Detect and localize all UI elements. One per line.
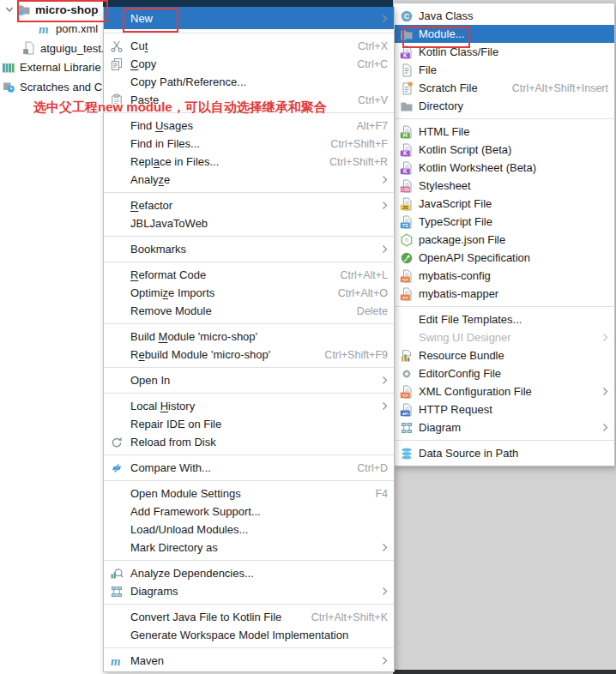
- menu-item-label: Find in Files...: [130, 137, 200, 150]
- tree-item-external-librarie[interactable]: External Librarie: [0, 58, 104, 78]
- icon-slot-empty: [110, 505, 124, 519]
- icon-slot-empty: [110, 541, 124, 555]
- menu-item-http-request[interactable]: APIHTTP Request: [394, 400, 614, 418]
- menu-item-resource-bundle[interactable]: Resource Bundle: [394, 346, 614, 364]
- menu-item-mybatis-mapper[interactable]: <>mybatis-mapper: [394, 285, 614, 303]
- icon-slot-empty: [400, 331, 414, 345]
- menu-item-analyze-dependencies[interactable]: Analyze Dependencies...: [104, 564, 394, 582]
- menu-item-editorconfig-file[interactable]: EditorConfig File: [394, 364, 614, 382]
- menu-item-optimize-imports[interactable]: Optimize ImportsCtrl+Alt+O: [104, 284, 394, 302]
- tree-item-atguigu-test-i[interactable]: atguigu_test.i: [0, 39, 104, 58]
- tree-item-micro-shop[interactable]: micro-shop: [0, 0, 104, 20]
- menu-item-label: mybatis-mapper: [419, 287, 498, 300]
- menu-item-copy[interactable]: CopyCtrl+C: [104, 55, 394, 73]
- menu-item-reload-from-disk[interactable]: Reload from Disk: [104, 433, 394, 451]
- menu-item-mark-directory-as[interactable]: Mark Directory as: [104, 539, 394, 557]
- icon-slot-empty: [110, 523, 124, 537]
- menu-item-load-unload-modules[interactable]: Load/Unload Modules...: [104, 521, 394, 539]
- ts-icon: TS: [400, 215, 414, 229]
- menu-item-module[interactable]: Module...: [394, 25, 614, 43]
- menu-item-directory[interactable]: Directory: [394, 97, 614, 115]
- menu-item-stylesheet[interactable]: CSSStylesheet: [394, 177, 614, 195]
- menu-item-cut[interactable]: CutCtrl+X: [104, 37, 394, 55]
- css-icon: CSS: [400, 179, 414, 193]
- libraries-icon: [2, 61, 15, 75]
- menu-item-label: Open Module Settings: [130, 487, 241, 500]
- db-icon: [400, 447, 414, 460]
- kotlin-icon: K: [400, 143, 414, 157]
- chevron-down-icon[interactable]: [3, 3, 15, 15]
- tree-item-pom-xml[interactable]: mpom.xml: [0, 20, 104, 39]
- menu-item-find-usages[interactable]: Find UsagesAlt+F7: [104, 117, 394, 135]
- menu-item-label: Bookmarks: [130, 243, 186, 256]
- menu-item-open-in[interactable]: Open In: [104, 371, 394, 389]
- shortcut-label: Ctrl+Alt+L: [340, 269, 388, 281]
- scratches-icon: [2, 80, 15, 93]
- menu-item-rebuild-module-micro-shop[interactable]: Rebuild Module 'micro-shop'Ctrl+Shift+F9: [104, 346, 394, 364]
- menu-item-file[interactable]: File: [394, 61, 614, 79]
- menu-item-compare-with[interactable]: Compare With...Ctrl+D: [104, 459, 394, 477]
- submenu-arrow-icon: [382, 587, 388, 596]
- menu-item-data-source-in-path[interactable]: Data Source in Path: [394, 444, 614, 462]
- menu-separator: [104, 323, 394, 324]
- maven-icon: m: [38, 22, 51, 36]
- menu-item-replace-in-files[interactable]: Replace in Files...Ctrl+Shift+R: [104, 153, 394, 171]
- menu-separator: [104, 33, 394, 33]
- menu-item-label: Module...: [419, 27, 464, 40]
- menu-item-kotlin-class-file[interactable]: KKotlin Class/File: [394, 43, 614, 61]
- menu-item-kotlin-script-beta[interactable]: KKotlin Script (Beta): [394, 141, 614, 159]
- npm-icon: n: [400, 233, 414, 247]
- menu-item-typescript-file[interactable]: TSTypeScript File: [394, 213, 614, 231]
- menu-item-repair-ide-on-file[interactable]: Repair IDE on File: [104, 415, 394, 433]
- menu-item-html-file[interactable]: HHTML File: [394, 123, 614, 141]
- menu-item-javascript-file[interactable]: JSJavaScript File: [394, 195, 614, 213]
- maven-icon: m: [110, 654, 124, 668]
- compare-icon: [110, 461, 124, 475]
- menu-item-maven[interactable]: mMaven: [104, 652, 394, 670]
- icon-slot-empty: [110, 400, 124, 413]
- menu-item-refactor[interactable]: Refactor: [104, 196, 394, 214]
- menu-item-diagrams[interactable]: Diagrams: [104, 582, 394, 600]
- icon-slot-empty: [110, 199, 124, 213]
- menu-item-new[interactable]: New: [104, 7, 394, 29]
- menu-item-jbljavatoweb[interactable]: JBLJavaToWeb: [104, 214, 394, 232]
- icon-slot-empty: [110, 217, 124, 231]
- menu-item-local-history[interactable]: Local History: [104, 397, 394, 415]
- new-submenu: CJava ClassModule...KKotlin Class/FileFi…: [393, 3, 615, 466]
- menu-item-diagram[interactable]: Diagram: [394, 418, 614, 436]
- xml-icon: <>: [400, 287, 414, 301]
- menu-item-generate-workspace-model-implementation[interactable]: Generate Workspace Model Implementation: [104, 626, 394, 644]
- menu-item-copy-path-reference[interactable]: Copy Path/Reference...: [104, 73, 394, 91]
- menu-item-edit-file-templates[interactable]: Edit File Templates...: [394, 310, 614, 328]
- menu-item-open-module-settings[interactable]: Open Module SettingsF4: [104, 484, 394, 502]
- menu-item-package-json-file[interactable]: npackage.json File: [394, 231, 614, 249]
- menu-item-reformat-code[interactable]: Reformat CodeCtrl+Alt+L: [104, 266, 394, 284]
- menu-item-analyze[interactable]: Analyze: [104, 171, 394, 189]
- project-tree-panel: micro-shopmpom.xmlatguigu_test.iExternal…: [0, 0, 104, 97]
- menu-item-remove-module[interactable]: Remove ModuleDelete: [104, 302, 394, 320]
- menu-item-mybatis-config[interactable]: <>mybatis-config: [394, 267, 614, 285]
- kotlin-icon: K: [400, 161, 414, 175]
- submenu-arrow-icon: [382, 244, 388, 254]
- menu-item-build-module-micro-shop[interactable]: Build Module 'micro-shop': [104, 328, 394, 346]
- menu-item-label: Java Class: [419, 9, 474, 22]
- menu-item-label: Analyze Dependencies...: [130, 567, 254, 580]
- menu-item-swing-ui-designer[interactable]: Swing UI Designer: [394, 328, 614, 346]
- tree-item-label: External Librarie: [20, 61, 101, 74]
- menu-item-find-in-files[interactable]: Find in Files...Ctrl+Shift+F: [104, 135, 394, 153]
- menu-item-openapi-specification[interactable]: OpenAPI Specification: [394, 249, 614, 267]
- menu-separator: [104, 367, 394, 368]
- menu-item-convert-java-file-to-kotlin-file[interactable]: Convert Java File to Kotlin FileCtrl+Alt…: [104, 608, 394, 626]
- menu-item-add-framework-support[interactable]: Add Framework Support...: [104, 502, 394, 521]
- menu-item-kotlin-worksheet-beta[interactable]: KKotlin Worksheet (Beta): [394, 159, 614, 177]
- menu-item-java-class[interactable]: CJava Class: [394, 7, 614, 25]
- xml-icon: <>: [400, 269, 414, 283]
- menu-item-label: Scratch File: [419, 81, 478, 94]
- tree-item-scratches-and-c[interactable]: Scratches and C: [0, 77, 104, 97]
- svg-text:API: API: [402, 411, 408, 415]
- menu-item-scratch-file[interactable]: Scratch FileCtrl+Alt+Shift+Insert: [394, 79, 614, 97]
- ide-screen: micro-shopmpom.xmlatguigu_test.iExternal…: [0, 0, 616, 674]
- menu-item-xml-configuration-file[interactable]: <>XML Configuration File: [394, 382, 614, 400]
- submenu-arrow-icon: [382, 543, 388, 552]
- menu-item-bookmarks[interactable]: Bookmarks: [104, 240, 394, 258]
